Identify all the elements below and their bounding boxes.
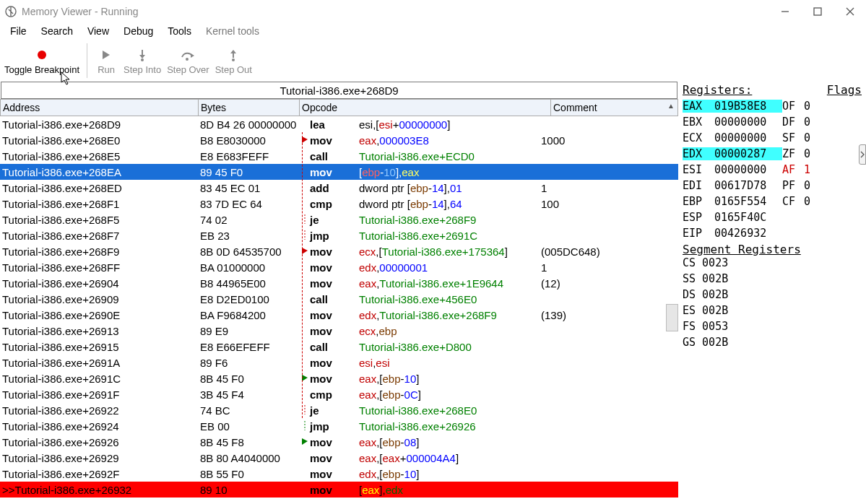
close-button[interactable] <box>833 0 866 22</box>
cell-bytes: 8D B4 26 00000000 <box>198 118 299 131</box>
menu-search[interactable]: Search <box>34 24 80 38</box>
register-row[interactable]: ESP0165F40C <box>683 209 862 225</box>
scrollbar-thumb[interactable] <box>666 304 678 331</box>
disassembly-row[interactable]: Tutorial-i386.exe+269298B 80 A4040000mov… <box>0 450 678 466</box>
cell-address: Tutorial-i386.exe+268E5 <box>0 150 198 162</box>
disassembly-panel: Tutorial-i386.exe+268D9 Address Bytes Op… <box>0 82 678 504</box>
flag-value: 0 <box>804 116 818 129</box>
cell-opcode: mov <box>308 166 357 178</box>
cell-comment: 100 <box>539 198 678 210</box>
svg-marker-5 <box>103 51 110 59</box>
cell-address: Tutorial-i386.exe+26904 <box>0 277 198 290</box>
context-address-box[interactable]: Tutorial-i386.exe+268D9 <box>1 82 677 99</box>
disassembly-row[interactable]: Tutorial-i386.exe+268ED83 45 EC 01adddwo… <box>0 180 678 196</box>
menu-file[interactable]: File <box>3 24 34 38</box>
register-row[interactable]: EBP0165F554CF0 <box>683 194 862 209</box>
cell-opcode: call <box>308 293 357 305</box>
disassembly-row[interactable]: Tutorial-i386.exe+2691389 E9movecx,ebp <box>0 323 678 339</box>
register-row[interactable]: EIP00426932 <box>683 225 862 241</box>
cell-operands: eax,000003E8 <box>357 134 539 147</box>
disassembly-header: Address Bytes Opcode Comment ▲ <box>0 99 678 116</box>
disassembly-row[interactable]: Tutorial-i386.exe+2691F3B 45 F4cmpeax,[e… <box>0 386 678 402</box>
disassembly-row[interactable]: Tutorial-i386.exe+268EA89 45 F0mov[ebp-1… <box>0 164 678 180</box>
flow-line <box>302 132 303 418</box>
register-row[interactable]: EBX00000000DF0 <box>683 114 862 130</box>
segment-row[interactable]: GS 002B <box>683 336 862 352</box>
cell-comment: 1 <box>539 261 678 274</box>
step-out-button[interactable]: Step Out <box>212 41 255 80</box>
cell-opcode: mov <box>308 309 357 321</box>
cell-address: Tutorial-i386.exe+26909 <box>0 293 198 305</box>
segment-row[interactable]: SS 002B <box>683 272 862 288</box>
disassembly-row[interactable]: Tutorial-i386.exe+268E5E8 E683FEFFcallTu… <box>0 148 678 164</box>
cell-comment: (12) <box>539 277 678 290</box>
cell-opcode: mov <box>308 436 357 448</box>
header-bytes[interactable]: Bytes <box>199 100 300 116</box>
register-row[interactable]: ECX00000000SF0 <box>683 130 862 146</box>
disassembly-row[interactable]: Tutorial-i386.exe+268FFBA 01000000movedx… <box>0 259 678 275</box>
disassembly-row[interactable]: Tutorial-i386.exe+2692274 BCjeTutorial-i… <box>0 402 678 418</box>
disassembly-row[interactable]: Tutorial-i386.exe+26924EB 00jmpTutorial-… <box>0 418 678 434</box>
header-address[interactable]: Address <box>1 100 199 116</box>
flags-title: Flags <box>827 83 862 97</box>
disassembly-row[interactable]: Tutorial-i386.exe+2691A89 F6movesi,esi <box>0 355 678 370</box>
disassembly-row[interactable]: Tutorial-i386.exe+268F98B 0D 64535700mov… <box>0 243 678 259</box>
toolbar: Toggle Breakpoint Run Step Into Step Ove… <box>0 40 866 82</box>
flow-arrow-icon <box>299 420 308 433</box>
disassembly-row[interactable]: Tutorial-i386.exe+26909E8 D2ED0100callTu… <box>0 291 678 307</box>
segment-row[interactable]: FS 0053 <box>683 320 862 336</box>
flag-value: 0 <box>804 195 818 208</box>
svg-rect-1 <box>814 8 821 15</box>
header-opcode[interactable]: Opcode <box>300 100 551 116</box>
disassembly-row[interactable]: Tutorial-i386.exe+268E0B8 E8030000moveax… <box>0 132 678 148</box>
flow-arrow-icon <box>299 134 308 147</box>
menu-view[interactable]: View <box>80 24 116 38</box>
disassembly-row[interactable]: Tutorial-i386.exe+268D98D B4 26 00000000… <box>0 116 678 132</box>
disassembly-row[interactable]: Tutorial-i386.exe+269268B 45 F8moveax,[e… <box>0 434 678 450</box>
cell-opcode: je <box>308 404 357 417</box>
register-row[interactable]: EDI00617D78PF0 <box>683 178 862 194</box>
register-row[interactable]: ESI00000000AF1 <box>683 162 862 178</box>
cell-address: Tutorial-i386.exe+2692F <box>0 468 198 480</box>
disassembly-row[interactable]: Tutorial-i386.exe+2690EBA F9684200movedx… <box>0 307 678 323</box>
cell-opcode: mov <box>308 246 357 258</box>
cell-address: Tutorial-i386.exe+268F1 <box>0 198 198 210</box>
cell-operands: eax,[ebp-10] <box>357 373 539 385</box>
disassembly-row[interactable]: Tutorial-i386.exe+2691C8B 45 F0moveax,[e… <box>0 370 678 386</box>
step-over-button[interactable]: Step Over <box>164 41 212 80</box>
disassembly-row[interactable]: Tutorial-i386.exe+268F7EB 23jmpTutorial-… <box>0 227 678 243</box>
register-value: 00000000 <box>714 131 782 144</box>
register-row[interactable]: EDX00000287ZF0 <box>683 146 862 162</box>
segment-row[interactable]: ES 002B <box>683 304 862 320</box>
cell-opcode: mov <box>308 261 357 274</box>
cell-operands: edx,Tutorial-i386.exe+268F9 <box>357 309 539 321</box>
cell-bytes: B8 44965E00 <box>198 277 299 290</box>
flag-value: 0 <box>804 100 818 113</box>
minimize-button[interactable] <box>768 0 801 22</box>
menu-debug[interactable]: Debug <box>116 24 160 38</box>
header-comment[interactable]: Comment ▲ <box>551 100 677 116</box>
disassembly-row[interactable]: Tutorial-i386.exe+2692F8B 55 F0movedx,[e… <box>0 466 678 482</box>
run-button[interactable]: Run <box>92 41 121 80</box>
segment-row[interactable]: CS 0023 <box>683 256 862 272</box>
cell-opcode: cmp <box>308 198 357 210</box>
register-row[interactable]: EAX019B58E8OF0 <box>683 98 862 114</box>
maximize-button[interactable] <box>801 0 833 22</box>
cell-opcode: jmp <box>308 420 357 433</box>
scroll-up-icon[interactable]: ▲ <box>667 102 675 110</box>
chevron-right-icon <box>860 151 865 158</box>
disassembly-row[interactable]: >>Tutorial-i386.exe+2693289 10mov[eax],e… <box>0 482 678 498</box>
disassembly-row[interactable]: Tutorial-i386.exe+268F183 7D EC 64cmpdwo… <box>0 196 678 212</box>
step-into-button[interactable]: Step Into <box>121 41 164 80</box>
cursor-icon <box>61 71 72 86</box>
side-panel-toggle[interactable] <box>859 144 866 165</box>
menu-kernel-tools[interactable]: Kernel tools <box>199 24 267 38</box>
disassembly-row[interactable]: Tutorial-i386.exe+268F574 02jeTutorial-i… <box>0 212 678 227</box>
segment-row[interactable]: DS 002B <box>683 288 862 304</box>
disassembly-row[interactable]: Tutorial-i386.exe+26915E8 E66EFEFFcallTu… <box>0 339 678 355</box>
disassembly-rows[interactable]: Tutorial-i386.exe+268D98D B4 26 00000000… <box>0 116 678 504</box>
menu-tools[interactable]: Tools <box>160 24 199 38</box>
flag-name: ZF <box>782 147 804 160</box>
disassembly-row[interactable]: Tutorial-i386.exe+26904B8 44965E00moveax… <box>0 275 678 291</box>
register-value: 00617D78 <box>714 179 782 192</box>
